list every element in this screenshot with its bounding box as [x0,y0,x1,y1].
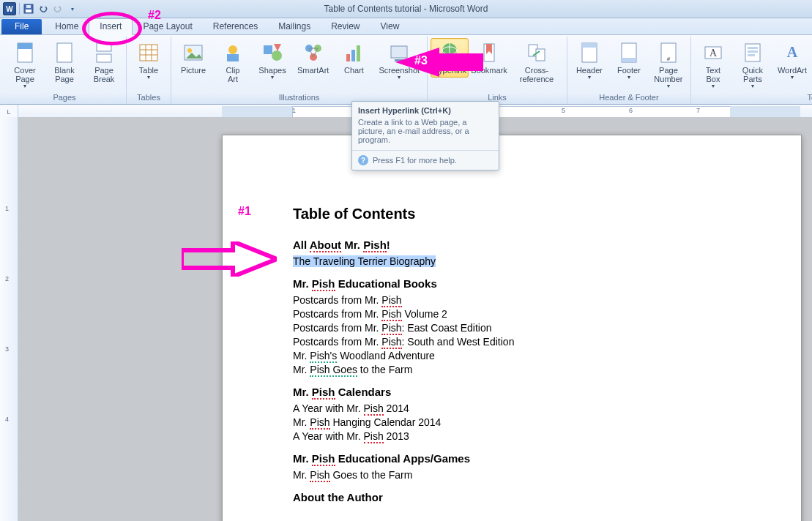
tab-page-layout[interactable]: Page Layout [133,19,202,34]
group-header-footer: Header▾Footer▾#PageNumber▾Header & Foote… [567,37,691,104]
table-button[interactable]: Table▾ [130,38,168,83]
ribbon: CoverPage▾BlankPagePageBreakPagesTable▾T… [0,35,812,105]
group-links: HyperlinkBookmarkCross-referenceLinks [428,37,567,104]
cross-reference-button[interactable]: Cross-reference [510,38,564,86]
ruler-num: 1 [5,205,9,212]
tab-mailings[interactable]: Mailings [268,19,321,34]
group-pages: CoverPage▾BlankPagePageBreakPages [3,37,127,104]
ruler-num: 1 [292,107,296,114]
svg-text:A: A [787,44,798,60]
tab-insert[interactable]: Insert [89,18,133,35]
group-label: Tables [130,92,168,104]
tooltip-title: Insert Hyperlink (Ctrl+K) [352,102,499,116]
picture-label: Picture [181,66,206,75]
page-break-button[interactable]: PageBreak [85,38,123,86]
document-content[interactable]: Table of ContentsAll About Mr. Pish!The … [223,135,801,503]
document-canvas[interactable]: Table of ContentsAll About Mr. Pish!The … [18,117,812,521]
smartart-label: SmartArt [297,66,329,75]
ribbon-tabs: File Home Insert Page Layout References … [0,18,812,35]
svg-rect-4 [18,43,32,49]
chevron-down-icon: ▾ [271,74,274,80]
svg-rect-1 [26,10,31,12]
vertical-ruler[interactable]: 1234 [0,117,18,521]
screenshot-icon [387,41,411,64]
svg-rect-39 [582,43,597,48]
tab-home[interactable]: Home [45,19,89,34]
page-break-label: PageBreak [94,66,115,83]
tooltip-footer: ? Press F1 for more help. [352,150,499,170]
text-box-button[interactable]: ATextBox▾ [694,38,732,92]
ruler-num: 3 [5,345,9,353]
header-icon [578,41,601,64]
hyperlink-button[interactable]: Hyperlink [431,38,469,78]
text-box-icon: A [701,41,725,64]
qat-customize-icon[interactable]: ▾ [67,3,78,15]
chevron-down-icon: ▾ [23,83,26,89]
list-item: Postcards from Mr. Pish [293,294,731,306]
chevron-down-icon: ▾ [147,74,150,80]
doc-title: Table of Contents [293,206,731,222]
group-label: Header & Footer [570,92,688,104]
header-button[interactable]: Header▾ [570,38,608,83]
chevron-down-icon: ▾ [588,74,591,80]
smartart-button[interactable]: SmartArt [293,38,333,78]
svg-rect-17 [264,45,272,54]
list-item: A Year with Mr. Pish 2013 [293,430,731,442]
tab-file[interactable]: File [1,19,42,34]
svg-rect-47 [748,47,758,49]
svg-rect-6 [97,43,111,51]
section-heading: All About Mr. Pish! [293,239,731,251]
page-number-label: PageNumber [654,66,682,83]
bookmark-button[interactable]: Bookmark [470,38,508,78]
cover-page-icon [13,41,37,64]
list-item: Mr. Pish Hanging Calendar 2014 [293,416,731,428]
tab-review[interactable]: Review [321,19,370,34]
footer-button[interactable]: Footer▾ [610,38,648,83]
blank-page-button[interactable]: BlankPage [45,38,83,86]
undo-icon[interactable] [37,3,49,15]
screenshot-button[interactable]: Screenshot▾ [374,38,424,83]
picture-icon [182,41,205,64]
svg-point-15 [228,45,237,54]
save-icon[interactable] [23,3,34,15]
chevron-down-icon: ▾ [398,74,401,80]
page-break-icon [92,41,116,64]
quick-access-toolbar: W ▾ [3,2,78,15]
group-illustrations: PictureClipArtShapes▾SmartArtChartScreen… [171,37,428,104]
svg-text:A: A [709,48,718,59]
chart-button[interactable]: Chart [335,38,373,78]
blank-page-icon [53,41,76,64]
word-icon: W [3,2,16,15]
picture-button[interactable]: Picture [174,38,212,78]
ruler-num: 2 [5,275,9,282]
ruler-num: 5 [562,107,565,114]
page-number-button[interactable]: #PageNumber▾ [649,38,688,92]
workspace: 1234 Table of ContentsAll About Mr. Pish… [0,117,812,521]
svg-rect-5 [57,43,72,62]
quick-parts-button[interactable]: QuickParts▾ [734,38,772,92]
group-tables: Table▾Tables [127,37,171,104]
tab-references[interactable]: References [203,19,268,34]
clip-art-button[interactable]: ClipArt [214,38,252,86]
svg-text:#: # [667,56,671,62]
page: Table of ContentsAll About Mr. Pish!The … [222,135,802,521]
cover-page-label: CoverPage [14,66,35,83]
svg-rect-25 [346,54,350,61]
wordart-button[interactable]: AWordArt▾ [773,38,811,83]
svg-rect-41 [622,58,636,62]
redo-icon[interactable] [52,3,64,15]
quick-parts-icon [741,41,764,64]
svg-rect-27 [357,45,360,61]
hyperlink-label: Hyperlink [433,66,466,75]
window-title: Table of Contents tutorial - Microsoft W… [0,4,812,14]
hyperlink-tooltip: Insert Hyperlink (Ctrl+K) Create a link … [351,101,499,170]
svg-rect-8 [140,45,157,61]
cover-page-button[interactable]: CoverPage▾ [6,38,44,92]
shapes-icon [261,41,284,64]
shapes-button[interactable]: Shapes▾ [253,38,291,83]
separator [19,3,20,15]
table-icon [137,41,160,64]
tab-view[interactable]: View [370,19,410,34]
svg-rect-7 [97,54,111,62]
list-item: Mr. Pish's Woodland Adventure [293,350,731,361]
